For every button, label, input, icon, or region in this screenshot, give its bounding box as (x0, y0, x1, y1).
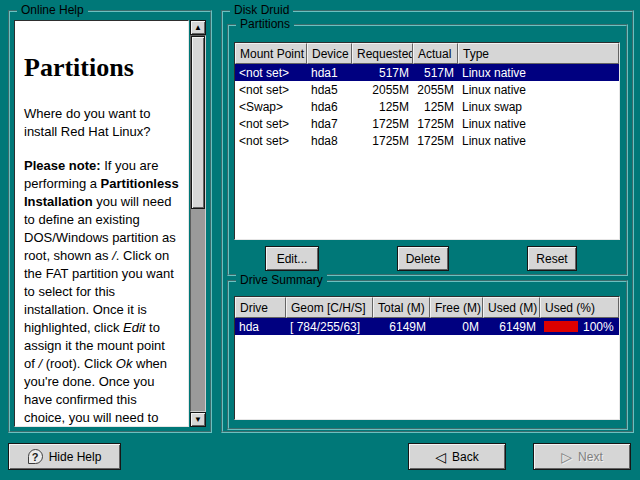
help-text-segment: Please note: (24, 158, 101, 173)
arrow-up-icon: ▲ (194, 24, 202, 32)
drive-row[interactable]: hda [ 784/255/63] 6149M 0M 6149M 100% (235, 318, 619, 335)
scroll-up-button[interactable]: ▲ (190, 20, 206, 35)
help-title: Partitions (24, 53, 179, 83)
edit-button[interactable]: Edit... (265, 246, 319, 271)
drive-summary-frame-label: Drive Summary (236, 273, 327, 288)
scrollbar-thumb[interactable] (191, 36, 205, 209)
next-label: Next (578, 450, 603, 464)
cell-mount-point: <not set> (235, 115, 307, 132)
cell-device: hda5 (307, 81, 352, 98)
col-header-free[interactable]: Free (M) (430, 297, 483, 318)
partition-row[interactable]: <not set> hda1 517M 517M Linux native (235, 64, 619, 81)
drive-summary-table: Drive Geom [C/H/S] Total (M) Free (M) Us… (234, 296, 620, 420)
cell-actual: 1725M (413, 132, 458, 149)
cell-type: Linux native (458, 81, 619, 98)
col-header-type[interactable]: Type (458, 43, 619, 64)
col-header-total[interactable]: Total (M) (373, 297, 430, 318)
help-note: Please note: If you are performing a Par… (24, 157, 179, 427)
usage-bar (544, 321, 578, 332)
col-header-geom[interactable]: Geom [C/H/S] (286, 297, 373, 318)
back-button[interactable]: ◁ Back (408, 443, 506, 470)
cell-device: hda8 (307, 132, 352, 149)
cell-requested: 2055M (352, 81, 413, 98)
online-help-frame: Online Help Partitions Where do you want… (8, 10, 212, 433)
back-arrow-icon: ◁ (435, 450, 446, 464)
col-header-actual[interactable]: Actual (413, 43, 458, 64)
cell-free: 0M (430, 318, 483, 335)
cell-actual: 2055M (413, 81, 458, 98)
cell-mount-point: <not set> (235, 64, 307, 81)
cell-type: Linux native (458, 115, 619, 132)
partition-row[interactable]: <not set> hda8 1725M 1725M Linux native (235, 132, 619, 149)
cell-requested: 1725M (352, 132, 413, 149)
cell-device: hda7 (307, 115, 352, 132)
cell-mount-point: <not set> (235, 132, 307, 149)
cell-mount-point: <not set> (235, 81, 307, 98)
partitions-frame: Partitions Mount Point Device Requested … (227, 24, 628, 276)
disk-druid-frame-label: Disk Druid (230, 3, 293, 18)
help-text-area: Partitions Where do you want to install … (14, 20, 189, 427)
partitions-table-header: Mount Point Device Requested Actual Type (235, 43, 619, 64)
cell-geom: [ 784/255/63] (286, 318, 373, 335)
cell-device: hda1 (307, 64, 352, 81)
help-text-segment: Ok (116, 356, 133, 371)
col-header-drive[interactable]: Drive (235, 297, 286, 318)
delete-button[interactable]: Delete (397, 246, 449, 271)
next-arrow-icon: ▷ (561, 450, 572, 464)
col-header-used-pct[interactable]: Used (%) (540, 297, 619, 318)
cell-actual: 125M (413, 98, 458, 115)
cell-actual: 517M (413, 64, 458, 81)
cell-requested: 517M (352, 64, 413, 81)
col-header-mount-point[interactable]: Mount Point (235, 43, 307, 64)
partitions-table: Mount Point Device Requested Actual Type… (234, 42, 620, 240)
next-button[interactable]: ▷ Next (533, 443, 631, 470)
partition-row[interactable]: <Swap> hda6 125M 125M Linux swap (235, 98, 619, 115)
help-question-icon: ? (28, 449, 43, 464)
col-header-used[interactable]: Used (M) (483, 297, 540, 318)
drive-summary-frame: Drive Summary Drive Geom [C/H/S] Total (… (227, 280, 628, 430)
arrow-down-icon: ▼ (194, 416, 202, 424)
cell-device: hda6 (307, 98, 352, 115)
cell-used-pct: 100% (540, 318, 619, 335)
usage-percent-label: 100% (583, 320, 614, 334)
col-header-device[interactable]: Device (307, 43, 352, 64)
online-help-frame-label: Online Help (17, 3, 88, 18)
cell-used: 6149M (483, 318, 540, 335)
cell-mount-point: <Swap> (235, 98, 307, 115)
help-intro: Where do you want to install Red Hat Lin… (24, 105, 179, 141)
help-viewport: Partitions Where do you want to install … (14, 20, 206, 427)
back-label: Back (452, 450, 479, 464)
scrollbar-trough[interactable] (190, 35, 206, 412)
scroll-down-button[interactable]: ▼ (190, 412, 206, 427)
cell-requested: 125M (352, 98, 413, 115)
help-text-segment: (root). Click (42, 356, 116, 371)
cell-actual: 1725M (413, 115, 458, 132)
cell-type: Linux native (458, 64, 619, 81)
cell-type: Linux swap (458, 98, 619, 115)
partitions-frame-label: Partitions (236, 17, 294, 32)
partition-row[interactable]: <not set> hda7 1725M 1725M Linux native (235, 115, 619, 132)
cell-type: Linux native (458, 132, 619, 149)
reset-button[interactable]: Reset (527, 246, 577, 271)
hide-help-button[interactable]: ? Hide Help (8, 443, 121, 470)
cell-drive: hda (235, 318, 286, 335)
help-scrollbar[interactable]: ▲ ▼ (190, 20, 206, 427)
hide-help-label: Hide Help (49, 450, 102, 464)
disk-druid-frame: Disk Druid Partitions Mount Point Device… (221, 10, 634, 433)
col-header-requested[interactable]: Requested (352, 43, 413, 64)
partition-row[interactable]: <not set> hda5 2055M 2055M Linux native (235, 81, 619, 98)
drive-summary-table-header: Drive Geom [C/H/S] Total (M) Free (M) Us… (235, 297, 619, 318)
cell-requested: 1725M (352, 115, 413, 132)
help-text-segment: Edit (123, 320, 145, 335)
cell-total: 6149M (373, 318, 430, 335)
